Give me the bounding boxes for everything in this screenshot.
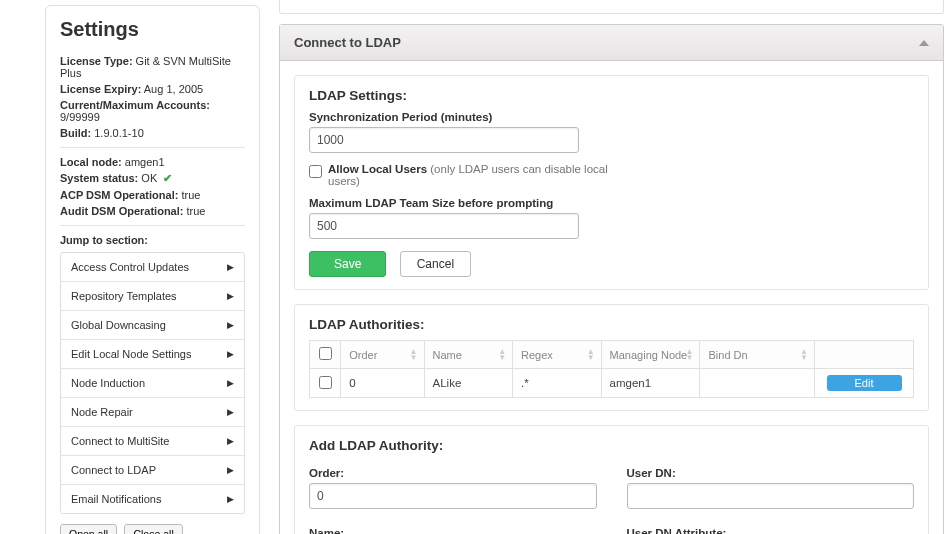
license-expiry-label: License Expiry: [60, 83, 141, 95]
info-divider-1 [60, 147, 245, 148]
info-divider-2 [60, 225, 245, 226]
max-team-input[interactable] [309, 213, 579, 239]
allow-local-users-checkbox[interactable] [309, 165, 322, 178]
save-button[interactable]: Save [309, 251, 386, 277]
header-order[interactable]: Order▲▼ [341, 341, 424, 369]
section-email-notifications[interactable]: Email Notifications▶ [61, 484, 244, 513]
cell-managing-node: amgen1 [601, 369, 700, 398]
acp-label: ACP DSM Operational: [60, 189, 178, 201]
header-managing-node-label: Managing Node [610, 349, 688, 361]
chevron-right-icon: ▶ [227, 320, 234, 330]
authorities-table: Order▲▼ Name▲▼ Regex▲▼ Managing Node▲▼ B… [309, 340, 914, 398]
cell-bind-dn [700, 369, 815, 398]
collapsed-panel-above [279, 0, 944, 14]
local-node-label: Local node: [60, 156, 122, 168]
ldap-authorities-subpanel: LDAP Authorities: Order▲▼ Name▲▼ Regex▲▼… [294, 304, 929, 411]
accounts-line: Current/Maximum Accounts: 9/99999 [60, 99, 245, 123]
settings-sidebar: Settings License Type: Git & SVN MultiSi… [45, 5, 260, 534]
header-regex-label: Regex [521, 349, 553, 361]
max-team-label: Maximum LDAP Team Size before prompting [309, 197, 914, 209]
close-all-button[interactable]: Close all [124, 524, 182, 534]
build-line: Build: 1.9.0.1-10 [60, 127, 245, 139]
section-label: Edit Local Node Settings [71, 348, 191, 360]
jump-to-section-label: Jump to section: [60, 234, 245, 246]
section-label: Connect to MultiSite [71, 435, 169, 447]
open-all-button[interactable]: Open all [60, 524, 117, 534]
row-checkbox[interactable] [319, 376, 332, 389]
settings-buttons-row: Save Cancel [309, 251, 914, 277]
build-label: Build: [60, 127, 91, 139]
add-ldap-authority-subpanel: Add LDAP Authority: Order: User DN: Name… [294, 425, 929, 534]
acp-line: ACP DSM Operational: true [60, 189, 245, 201]
header-bind-dn[interactable]: Bind Dn▲▼ [700, 341, 815, 369]
header-order-label: Order [349, 349, 377, 361]
audit-line: Audit DSM Operational: true [60, 205, 245, 217]
panel-body: LDAP Settings: Synchronization Period (m… [280, 61, 943, 534]
section-accordion: Access Control Updates▶ Repository Templ… [60, 252, 245, 514]
order-input[interactable] [309, 483, 597, 509]
acp-value: true [181, 189, 200, 201]
sort-icon: ▲▼ [587, 349, 595, 361]
chevron-right-icon: ▶ [227, 349, 234, 359]
section-connect-to-ldap[interactable]: Connect to LDAP▶ [61, 455, 244, 484]
section-access-control-updates[interactable]: Access Control Updates▶ [61, 253, 244, 281]
section-connect-to-multisite[interactable]: Connect to MultiSite▶ [61, 426, 244, 455]
header-bind-dn-label: Bind Dn [708, 349, 747, 361]
chevron-right-icon: ▶ [227, 465, 234, 475]
name-label: Name: [309, 527, 597, 534]
order-label: Order: [309, 467, 597, 479]
section-repository-templates[interactable]: Repository Templates▶ [61, 281, 244, 310]
chevron-right-icon: ▶ [227, 378, 234, 388]
section-label: Node Repair [71, 406, 133, 418]
form-col-userdn: User DN: [627, 461, 915, 509]
section-label: Connect to LDAP [71, 464, 156, 476]
license-expiry-value: Aug 1, 2005 [144, 83, 203, 95]
cancel-button[interactable]: Cancel [400, 251, 471, 277]
accounts-value: 9/99999 [60, 111, 100, 123]
userdn-input[interactable] [627, 483, 915, 509]
cell-name: ALike [424, 369, 513, 398]
table-row: 0 ALike .* amgen1 Edit [310, 369, 914, 398]
allow-local-users-text: Allow Local Users (only LDAP users can d… [328, 163, 609, 187]
header-managing-node[interactable]: Managing Node▲▼ [601, 341, 700, 369]
sort-icon: ▲▼ [800, 349, 808, 361]
sync-period-label: Synchronization Period (minutes) [309, 111, 914, 123]
section-label: Repository Templates [71, 290, 177, 302]
ok-check-icon: ✔ [163, 172, 172, 185]
chevron-right-icon: ▶ [227, 436, 234, 446]
collapse-up-icon [919, 40, 929, 46]
open-close-row: Open all Close all [60, 524, 245, 534]
sort-icon: ▲▼ [410, 349, 418, 361]
system-status-line: System status: OK ✔ [60, 172, 245, 185]
panel-header[interactable]: Connect to LDAP [280, 25, 943, 61]
section-edit-local-node-settings[interactable]: Edit Local Node Settings▶ [61, 339, 244, 368]
header-actions [815, 341, 914, 369]
audit-label: Audit DSM Operational: [60, 205, 183, 217]
system-status-label: System status: [60, 172, 138, 184]
header-regex[interactable]: Regex▲▼ [513, 341, 602, 369]
header-name-label: Name [433, 349, 462, 361]
select-all-checkbox[interactable] [319, 347, 332, 360]
chevron-right-icon: ▶ [227, 407, 234, 417]
license-expiry-line: License Expiry: Aug 1, 2005 [60, 83, 245, 95]
panel-title: Connect to LDAP [294, 35, 401, 50]
ldap-settings-subpanel: LDAP Settings: Synchronization Period (m… [294, 75, 929, 290]
license-type-line: License Type: Git & SVN MultiSite Plus [60, 55, 245, 79]
sync-period-input[interactable] [309, 127, 579, 153]
section-node-induction[interactable]: Node Induction▶ [61, 368, 244, 397]
cell-order: 0 [341, 369, 424, 398]
section-label: Global Downcasing [71, 319, 166, 331]
allow-local-users-row: Allow Local Users (only LDAP users can d… [309, 163, 609, 187]
add-ldap-authority-title: Add LDAP Authority: [309, 438, 914, 453]
section-label: Node Induction [71, 377, 145, 389]
edit-button[interactable]: Edit [827, 375, 902, 391]
chevron-right-icon: ▶ [227, 291, 234, 301]
ldap-settings-title: LDAP Settings: [309, 88, 914, 103]
userdnattr-label: User DN Attribute: [627, 527, 915, 534]
header-name[interactable]: Name▲▼ [424, 341, 513, 369]
section-global-downcasing[interactable]: Global Downcasing▶ [61, 310, 244, 339]
local-node-line: Local node: amgen1 [60, 156, 245, 168]
section-node-repair[interactable]: Node Repair▶ [61, 397, 244, 426]
section-label: Access Control Updates [71, 261, 189, 273]
connect-to-ldap-panel: Connect to LDAP LDAP Settings: Synchroni… [279, 24, 944, 534]
